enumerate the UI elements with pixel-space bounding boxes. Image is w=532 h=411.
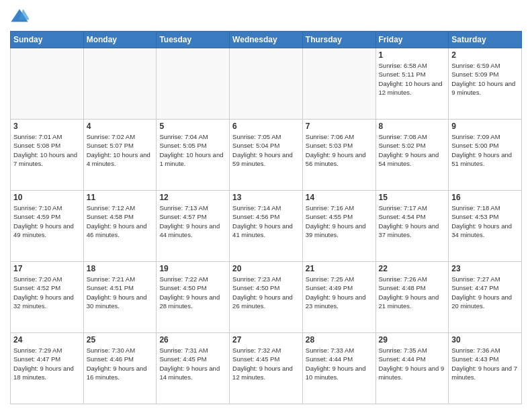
calendar-week-1: 3Sunrise: 7:01 AM Sunset: 5:08 PM Daylig… [11, 120, 522, 191]
day-number: 21 [306, 264, 373, 273]
calendar-cell: 13Sunrise: 7:14 AM Sunset: 4:56 PM Dayli… [230, 191, 303, 262]
day-number: 26 [159, 335, 226, 345]
calendar-cell: 25Sunrise: 7:30 AM Sunset: 4:46 PM Dayli… [83, 333, 157, 404]
day-number: 30 [451, 335, 519, 345]
day-number: 25 [87, 335, 154, 345]
day-info: Sunrise: 7:29 AM Sunset: 4:47 PM Dayligh… [13, 346, 81, 381]
page: SundayMondayTuesdayWednesdayThursdayFrid… [0, 0, 532, 411]
day-info: Sunrise: 7:08 AM Sunset: 5:02 PM Dayligh… [379, 132, 446, 168]
header [10, 7, 522, 26]
day-number: 16 [451, 193, 519, 202]
calendar-week-3: 17Sunrise: 7:20 AM Sunset: 4:52 PM Dayli… [11, 262, 522, 333]
day-number: 3 [13, 122, 81, 131]
day-info: Sunrise: 6:59 AM Sunset: 5:09 PM Dayligh… [451, 61, 519, 97]
day-info: Sunrise: 7:23 AM Sunset: 4:50 PM Dayligh… [232, 275, 300, 310]
day-info: Sunrise: 7:18 AM Sunset: 4:53 PM Dayligh… [451, 203, 519, 239]
day-number: 23 [451, 264, 519, 273]
calendar-cell: 28Sunrise: 7:33 AM Sunset: 4:44 PM Dayli… [302, 333, 375, 404]
day-info: Sunrise: 6:58 AM Sunset: 5:11 PM Dayligh… [379, 61, 446, 97]
calendar-cell: 24Sunrise: 7:29 AM Sunset: 4:47 PM Dayli… [11, 333, 84, 404]
day-info: Sunrise: 7:04 AM Sunset: 5:05 PM Dayligh… [159, 132, 226, 168]
calendar-cell: 9Sunrise: 7:09 AM Sunset: 5:00 PM Daylig… [449, 120, 522, 191]
calendar-cell: 20Sunrise: 7:23 AM Sunset: 4:50 PM Dayli… [230, 262, 303, 333]
calendar-cell: 4Sunrise: 7:02 AM Sunset: 5:07 PM Daylig… [83, 120, 157, 191]
day-number: 28 [306, 335, 373, 345]
day-number: 4 [87, 122, 154, 131]
day-number: 19 [159, 264, 226, 273]
calendar-cell: 14Sunrise: 7:16 AM Sunset: 4:55 PM Dayli… [302, 191, 375, 262]
day-number: 14 [306, 193, 373, 202]
day-info: Sunrise: 7:33 AM Sunset: 4:44 PM Dayligh… [306, 346, 373, 381]
day-info: Sunrise: 7:14 AM Sunset: 4:56 PM Dayligh… [232, 203, 300, 239]
calendar-cell: 12Sunrise: 7:13 AM Sunset: 4:57 PM Dayli… [157, 191, 230, 262]
day-info: Sunrise: 7:21 AM Sunset: 4:51 PM Dayligh… [87, 275, 154, 310]
day-info: Sunrise: 7:13 AM Sunset: 4:57 PM Dayligh… [159, 203, 226, 239]
day-number: 15 [379, 193, 446, 202]
calendar-cell: 8Sunrise: 7:08 AM Sunset: 5:02 PM Daylig… [375, 120, 449, 191]
calendar-cell [11, 48, 84, 120]
day-info: Sunrise: 7:12 AM Sunset: 4:58 PM Dayligh… [87, 203, 154, 239]
logo [10, 7, 30, 26]
day-number: 6 [232, 122, 300, 131]
calendar-header-sunday: Sunday [11, 32, 84, 48]
day-info: Sunrise: 7:27 AM Sunset: 4:47 PM Dayligh… [451, 275, 519, 310]
day-info: Sunrise: 7:31 AM Sunset: 4:45 PM Dayligh… [159, 346, 226, 381]
day-info: Sunrise: 7:06 AM Sunset: 5:03 PM Dayligh… [306, 132, 373, 168]
calendar-cell: 3Sunrise: 7:01 AM Sunset: 5:08 PM Daylig… [11, 120, 84, 191]
day-info: Sunrise: 7:10 AM Sunset: 4:59 PM Dayligh… [13, 203, 81, 239]
calendar-header-saturday: Saturday [449, 32, 522, 48]
calendar-cell: 30Sunrise: 7:36 AM Sunset: 4:43 PM Dayli… [449, 333, 522, 404]
day-number: 18 [87, 264, 154, 273]
calendar-cell: 18Sunrise: 7:21 AM Sunset: 4:51 PM Dayli… [83, 262, 157, 333]
calendar-header-row: SundayMondayTuesdayWednesdayThursdayFrid… [11, 32, 522, 48]
day-info: Sunrise: 7:36 AM Sunset: 4:43 PM Dayligh… [451, 346, 519, 381]
calendar-week-0: 1Sunrise: 6:58 AM Sunset: 5:11 PM Daylig… [11, 48, 522, 120]
day-number: 17 [13, 264, 81, 273]
calendar-week-4: 24Sunrise: 7:29 AM Sunset: 4:47 PM Dayli… [11, 333, 522, 404]
calendar-cell: 11Sunrise: 7:12 AM Sunset: 4:58 PM Dayli… [83, 191, 157, 262]
day-info: Sunrise: 7:05 AM Sunset: 5:04 PM Dayligh… [232, 132, 300, 168]
calendar-cell: 7Sunrise: 7:06 AM Sunset: 5:03 PM Daylig… [302, 120, 375, 191]
day-number: 9 [451, 122, 519, 131]
calendar-cell: 15Sunrise: 7:17 AM Sunset: 4:54 PM Dayli… [375, 191, 449, 262]
calendar-cell: 1Sunrise: 6:58 AM Sunset: 5:11 PM Daylig… [375, 48, 449, 120]
day-info: Sunrise: 7:30 AM Sunset: 4:46 PM Dayligh… [87, 346, 154, 381]
day-number: 7 [306, 122, 373, 131]
calendar-table: SundayMondayTuesdayWednesdayThursdayFrid… [10, 31, 522, 404]
calendar-cell: 27Sunrise: 7:32 AM Sunset: 4:45 PM Dayli… [230, 333, 303, 404]
calendar-cell: 19Sunrise: 7:22 AM Sunset: 4:50 PM Dayli… [157, 262, 230, 333]
calendar-cell: 29Sunrise: 7:35 AM Sunset: 4:44 PM Dayli… [375, 333, 449, 404]
day-number: 10 [13, 193, 81, 202]
day-number: 20 [232, 264, 300, 273]
calendar-header-monday: Monday [83, 32, 157, 48]
calendar-cell: 10Sunrise: 7:10 AM Sunset: 4:59 PM Dayli… [11, 191, 84, 262]
calendar-cell [302, 48, 375, 120]
calendar-cell: 23Sunrise: 7:27 AM Sunset: 4:47 PM Dayli… [449, 262, 522, 333]
day-number: 13 [232, 193, 300, 202]
day-number: 5 [159, 122, 226, 131]
calendar-header-thursday: Thursday [302, 32, 375, 48]
day-number: 22 [379, 264, 446, 273]
day-info: Sunrise: 7:01 AM Sunset: 5:08 PM Dayligh… [13, 132, 81, 168]
calendar-cell: 21Sunrise: 7:25 AM Sunset: 4:49 PM Dayli… [302, 262, 375, 333]
calendar-cell [230, 48, 303, 120]
day-info: Sunrise: 7:32 AM Sunset: 4:45 PM Dayligh… [232, 346, 300, 381]
day-number: 11 [87, 193, 154, 202]
day-number: 8 [379, 122, 446, 131]
day-number: 12 [159, 193, 226, 202]
day-info: Sunrise: 7:22 AM Sunset: 4:50 PM Dayligh… [159, 275, 226, 310]
day-info: Sunrise: 7:25 AM Sunset: 4:49 PM Dayligh… [306, 275, 373, 310]
calendar-header-wednesday: Wednesday [230, 32, 303, 48]
day-info: Sunrise: 7:26 AM Sunset: 4:48 PM Dayligh… [379, 275, 446, 310]
day-info: Sunrise: 7:02 AM Sunset: 5:07 PM Dayligh… [87, 132, 154, 168]
day-info: Sunrise: 7:20 AM Sunset: 4:52 PM Dayligh… [13, 275, 81, 310]
day-number: 2 [451, 50, 519, 60]
day-info: Sunrise: 7:16 AM Sunset: 4:55 PM Dayligh… [306, 203, 373, 239]
calendar-week-2: 10Sunrise: 7:10 AM Sunset: 4:59 PM Dayli… [11, 191, 522, 262]
calendar-cell: 26Sunrise: 7:31 AM Sunset: 4:45 PM Dayli… [157, 333, 230, 404]
calendar-cell: 2Sunrise: 6:59 AM Sunset: 5:09 PM Daylig… [449, 48, 522, 120]
calendar-cell: 22Sunrise: 7:26 AM Sunset: 4:48 PM Dayli… [375, 262, 449, 333]
calendar-cell [83, 48, 157, 120]
calendar-cell: 16Sunrise: 7:18 AM Sunset: 4:53 PM Dayli… [449, 191, 522, 262]
calendar-cell: 5Sunrise: 7:04 AM Sunset: 5:05 PM Daylig… [157, 120, 230, 191]
